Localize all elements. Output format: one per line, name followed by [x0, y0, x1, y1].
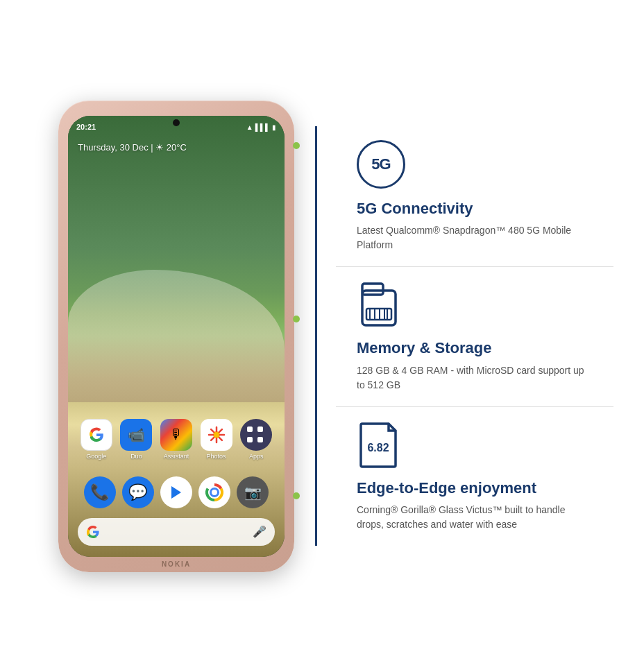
connector-dot-top: [293, 142, 300, 149]
list-item[interactable]: Google: [80, 419, 112, 460]
status-time: 20:21: [76, 123, 96, 131]
feature-storage: Memory & Storage 128 GB & 4 GB RAM - wit…: [336, 267, 613, 406]
screen-description: Corning® Gorilla® Glass Victus™ built to…: [357, 503, 593, 532]
list-item[interactable]: Photos: [201, 419, 232, 460]
camera-dock-icon[interactable]: 📷: [237, 476, 269, 508]
screen-title: Edge-to-Edge enjoyment: [357, 479, 613, 497]
svg-point-3: [212, 490, 217, 495]
dock-row: 📞 💬 📷: [68, 476, 285, 508]
assistant-app-label: Assistant: [164, 453, 189, 460]
list-item[interactable]: 🎙 Assistant: [160, 419, 192, 460]
google-app-label: Google: [86, 453, 106, 460]
phone-wrapper: 20:21 ▲ ▌▌▌ ▮ Thursday, 30 Dec | ☀ 20°C: [58, 101, 294, 572]
chrome-dock-icon[interactable]: [198, 476, 230, 508]
search-bar[interactable]: 🎤: [78, 518, 275, 546]
main-container: 20:21 ▲ ▌▌▌ ▮ Thursday, 30 Dec | ☀ 20°C: [0, 0, 644, 672]
5g-icon-circle: 5G: [357, 140, 405, 189]
phone-body: 20:21 ▲ ▌▌▌ ▮ Thursday, 30 Dec | ☀ 20°C: [58, 101, 294, 572]
storage-icon: [357, 281, 402, 328]
date-text: Thursday, 30 Dec | ☀ 20°C: [78, 142, 187, 153]
google-search-icon: [86, 525, 100, 539]
camera-notch: [173, 119, 180, 126]
apps-app-icon[interactable]: [240, 419, 272, 451]
5g-title: 5G Connectivity: [357, 200, 613, 218]
duo-app-label: Duo: [130, 453, 142, 460]
svg-text:6.82: 6.82: [367, 442, 389, 454]
apps-app-label: Apps: [249, 453, 264, 460]
assistant-app-icon[interactable]: 🎙: [160, 419, 192, 451]
connector-dot-mid: [293, 316, 300, 322]
5g-text-icon: 5G: [371, 155, 390, 173]
nokia-label: NOKIA: [162, 560, 191, 568]
messages-dock-icon[interactable]: 💬: [122, 476, 154, 508]
storage-title: Memory & Storage: [357, 339, 613, 357]
storage-icon-wrap: [357, 281, 402, 328]
screen-icon-wrap: 6.82: [357, 421, 400, 468]
wifi-icon: ▲: [246, 123, 253, 131]
phone-dock-icon[interactable]: 📞: [84, 476, 116, 508]
features-section: 5G 5G Connectivity Latest Qualcomm® Snap…: [322, 126, 613, 546]
battery-icon: ▮: [272, 123, 276, 131]
duo-app-icon[interactable]: 📹: [120, 419, 152, 451]
connector-dot-bot: [293, 492, 300, 499]
date-widget: Thursday, 30 Dec | ☀ 20°C: [78, 142, 187, 153]
google-app-icon[interactable]: [80, 419, 112, 451]
photos-app-icon[interactable]: [201, 419, 232, 451]
app-row: Google 📹 Duo 🎙 Assistant: [68, 419, 285, 460]
phone-screen: 20:21 ▲ ▌▌▌ ▮ Thursday, 30 Dec | ☀ 20°C: [68, 116, 285, 557]
microphone-icon[interactable]: 🎤: [253, 525, 266, 538]
vertical-divider: [315, 126, 317, 546]
list-item[interactable]: 📹 Duo: [120, 419, 152, 460]
status-icons: ▲ ▌▌▌ ▮: [246, 123, 276, 131]
svg-rect-5: [362, 284, 383, 295]
photos-app-label: Photos: [207, 453, 226, 460]
storage-description: 128 GB & 4 GB RAM - with MicroSD card su…: [357, 363, 593, 393]
5g-description: Latest Qualcomm® Snapdragon™ 480 5G Mobi…: [357, 223, 593, 252]
play-dock-icon[interactable]: [160, 476, 192, 508]
list-item[interactable]: Apps: [240, 419, 272, 460]
screen-icon: 6.82: [357, 421, 400, 468]
feature-5g: 5G 5G Connectivity Latest Qualcomm® Snap…: [336, 126, 613, 267]
svg-marker-1: [171, 486, 181, 499]
feature-screen: 6.82 Edge-to-Edge enjoyment Corning® Gor…: [336, 407, 613, 546]
phone-section: 20:21 ▲ ▌▌▌ ▮ Thursday, 30 Dec | ☀ 20°C: [31, 101, 322, 572]
signal-icon: ▌▌▌: [255, 123, 270, 131]
